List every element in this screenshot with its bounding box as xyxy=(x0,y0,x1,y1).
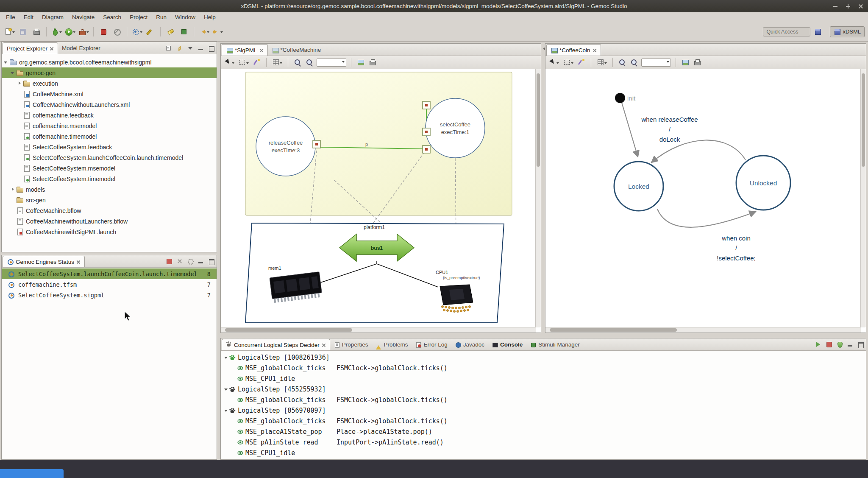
menu-diagram[interactable]: Diagram xyxy=(38,13,68,21)
tab-project-explorer[interactable]: Project Explorer xyxy=(3,42,58,54)
skip-breakpoints-button[interactable] xyxy=(111,26,123,37)
export-image-button[interactable] xyxy=(681,58,690,67)
mse-row[interactable]: MSE_placeA1State_pop Place->placeA1State… xyxy=(221,426,866,437)
select-tool-button[interactable] xyxy=(223,58,235,67)
tree-item-coffeemachinewithoutlaunchers-xml[interactable]: CoffeeMachinewithoutLaunchers.xml xyxy=(2,99,217,110)
close-icon[interactable] xyxy=(76,260,81,264)
menu-run[interactable]: Run xyxy=(152,13,171,21)
transition-locked-to-unlocked[interactable] xyxy=(657,209,756,227)
actor-name[interactable]: releaseCoffee xyxy=(269,140,303,146)
zoom-out-button[interactable] xyxy=(305,58,314,67)
logical-step-row[interactable]: LogicalStep [856970097] xyxy=(221,405,866,416)
menu-help[interactable]: Help xyxy=(200,13,220,21)
print-button[interactable] xyxy=(31,26,42,37)
dropdown-caret-icon[interactable] xyxy=(220,31,223,34)
forward-button[interactable] xyxy=(211,26,223,37)
menu-window[interactable]: Window xyxy=(171,13,200,21)
select-tool-button[interactable] xyxy=(548,58,560,67)
platform-label[interactable]: platform1 xyxy=(364,224,385,230)
print-diagram-button[interactable] xyxy=(693,58,702,67)
tab-console[interactable]: Console xyxy=(488,339,526,350)
arrange-button[interactable] xyxy=(596,58,608,67)
decider-shield-icon[interactable] xyxy=(836,341,843,348)
maximize-icon[interactable] xyxy=(208,45,215,51)
dropdown-caret-icon[interactable] xyxy=(86,31,89,34)
menu-project[interactable]: Project xyxy=(125,13,152,21)
mse-row[interactable]: MSE_globalClock_ticks FSMClock->globalCl… xyxy=(221,394,866,405)
zoom-out-button[interactable] xyxy=(629,58,639,67)
tree-item-coffemachine-msemodel[interactable]: coffemachine.msemodel xyxy=(2,120,217,131)
switch-decider-button[interactable] xyxy=(145,26,156,37)
tab-sigpml[interactable]: *SigPML xyxy=(222,44,268,56)
tree-item-launchcoffeecoin-timemodel[interactable]: SelectCoffeeSystem.launchCoffeeCoin.laun… xyxy=(2,152,217,163)
logical-step-row[interactable]: LogicalStep [455255932] xyxy=(221,384,866,394)
marquee-zoom-button[interactable] xyxy=(238,58,250,67)
export-image-button[interactable] xyxy=(356,58,365,67)
window-maximize-icon[interactable] xyxy=(845,3,851,9)
dropdown-caret-icon[interactable] xyxy=(667,61,669,64)
window-close-icon[interactable] xyxy=(858,3,864,9)
tree-item-models[interactable]: models xyxy=(2,184,217,195)
menu-navigate[interactable]: Navigate xyxy=(68,13,99,21)
tab-stimuli-manager[interactable]: Stimuli Manager xyxy=(526,339,584,350)
actor-selectcoffee[interactable] xyxy=(426,98,485,158)
dropdown-caret-icon[interactable] xyxy=(571,62,573,65)
expander-icon[interactable] xyxy=(224,355,229,360)
close-icon[interactable] xyxy=(593,48,597,52)
quick-access-box[interactable]: Quick Access xyxy=(763,27,810,36)
new-wizard-button[interactable] xyxy=(3,26,15,37)
print-diagram-button[interactable] xyxy=(368,58,377,67)
dropdown-caret-icon[interactable] xyxy=(59,31,62,34)
collapse-all-icon[interactable] xyxy=(166,45,172,51)
close-icon[interactable] xyxy=(50,46,54,50)
stop-process-button[interactable] xyxy=(97,26,109,37)
editor-sash[interactable] xyxy=(541,43,545,333)
horizontal-scrollbar[interactable] xyxy=(221,327,536,333)
run-button[interactable] xyxy=(64,26,76,37)
maximize-icon[interactable] xyxy=(857,341,864,348)
engine-row[interactable]: coffemachine.tfsm7 xyxy=(2,279,217,290)
horizontal-scrollbar[interactable] xyxy=(545,327,861,333)
open-perspective-button[interactable] xyxy=(812,26,824,37)
mem-label[interactable]: mem1 xyxy=(268,266,281,271)
stop-engine-icon[interactable] xyxy=(166,258,172,265)
mse-row[interactable]: MSE_globalClock_ticks FSMClock->globalCl… xyxy=(221,416,866,426)
dropdown-caret-icon[interactable] xyxy=(342,61,345,64)
tab-concurrent-logical-steps-decider[interactable]: Concurrent Logical Steps Decider xyxy=(222,339,330,350)
mse-row[interactable]: MSE_globalClock_ticks FSMClock->globalCl… xyxy=(221,363,866,373)
arrange-button[interactable] xyxy=(271,58,283,67)
layout-wand-button[interactable] xyxy=(252,58,262,67)
window-minimize-icon[interactable] xyxy=(832,3,838,9)
tree-item-coffemachine-feedback[interactable]: coffemachine.feedback xyxy=(2,110,217,120)
zoom-level-combo[interactable] xyxy=(317,59,346,67)
actor-releasecoffee[interactable] xyxy=(256,117,315,176)
dropdown-caret-icon[interactable] xyxy=(604,62,607,65)
mse-row[interactable]: MSE_pA1inState_read InputPort->pA1inStat… xyxy=(221,437,866,447)
tree-item-coffeemachinewithsigpml-launch[interactable]: CoffeeMachinewithSigPML.launch xyxy=(2,226,217,237)
back-button[interactable] xyxy=(198,26,210,37)
close-icon[interactable] xyxy=(259,48,264,52)
engine-options-icon[interactable] xyxy=(187,258,194,265)
menu-edit[interactable]: Edit xyxy=(19,13,38,21)
menu-search[interactable]: Search xyxy=(99,13,125,21)
perspective-xdsml-button[interactable]: xDSML xyxy=(830,26,865,37)
run-decider-icon[interactable] xyxy=(815,341,822,348)
logical-step-row[interactable]: LogicalStep [1008261936] xyxy=(221,352,866,363)
maximize-icon[interactable] xyxy=(208,258,215,265)
close-icon[interactable] xyxy=(322,343,326,347)
gemoc-engine-button[interactable] xyxy=(131,26,143,37)
tree-item-coffeemachine-xml[interactable]: CoffeeMachine.xml xyxy=(2,89,217,99)
tree-item-src-gen[interactable]: src-gen xyxy=(2,195,217,205)
bus-label[interactable]: bus1 xyxy=(371,245,383,251)
dropdown-caret-icon[interactable] xyxy=(280,62,282,65)
menu-file[interactable]: File xyxy=(2,13,19,21)
transition-init-to-locked[interactable] xyxy=(622,103,638,157)
coffeecoin-canvas[interactable]: init when releaseCoffee / doLock when co… xyxy=(545,69,866,333)
expander-icon[interactable] xyxy=(224,387,229,392)
transition-label-release[interactable]: when releaseCoffee / doLock xyxy=(641,116,698,143)
tree-item-coffemachine-timemodel[interactable]: coffemachine.timemodel xyxy=(2,131,217,142)
tree-item-coffeemachine-bflow[interactable]: CoffeeMachine.bflow xyxy=(2,205,217,216)
zoom-in-button[interactable] xyxy=(618,58,627,67)
minimize-icon[interactable] xyxy=(198,258,204,265)
tab-coffeemachine[interactable]: *CoffeeMachine xyxy=(268,44,325,56)
